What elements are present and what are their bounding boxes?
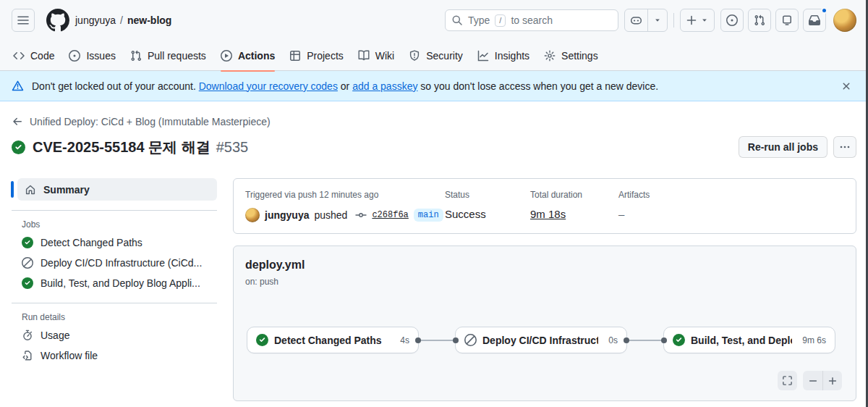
graph-job-detect-changed-paths[interactable]: Detect Changed Paths 4s [247, 327, 419, 353]
user-avatar[interactable] [833, 9, 856, 32]
banner-text-start: Don't get locked out of your account. [32, 80, 196, 92]
tab-code[interactable]: Code [7, 46, 60, 66]
chevron-down-icon [700, 16, 709, 25]
workflow-file-label: Workflow file [41, 350, 98, 361]
gear-icon [544, 50, 556, 62]
run-summary-card: Triggered via push 12 minutes ago jungyu… [233, 178, 856, 234]
sidebar-job-detect-changed-paths[interactable]: Detect Changed Paths [12, 232, 217, 253]
zoom-control-group [803, 371, 842, 390]
status-value: Success [445, 208, 500, 220]
arrow-left-icon [12, 116, 23, 127]
job-label: Detect Changed Paths [41, 237, 142, 248]
breadcrumb-repo[interactable]: new-blog [127, 14, 171, 26]
banner-message: Don't get locked out of your account. Do… [32, 80, 658, 92]
workflow-back-link[interactable]: Unified Deploy: CiCd + Blog (Immutable M… [12, 116, 271, 127]
recovery-codes-link[interactable]: Download your recovery codes [199, 80, 338, 92]
panel-button[interactable] [775, 9, 799, 32]
copilot-icon [630, 14, 642, 27]
sidebar-divider [12, 303, 217, 303]
zoom-in-button[interactable] [822, 371, 842, 390]
create-new-button-group [680, 9, 715, 32]
graph-job-duration: 0s [604, 335, 618, 345]
play-circle-icon [221, 50, 232, 62]
run-layout: Summary Jobs Detect Changed Paths Deploy… [12, 178, 856, 401]
tab-label: Code [30, 50, 54, 62]
run-details-section-header: Run details [22, 312, 217, 322]
sidebar-item-workflow-file[interactable]: Workflow file [12, 345, 217, 366]
copilot-dropdown-button[interactable] [647, 9, 667, 31]
search-input[interactable]: Type / to search [445, 9, 618, 31]
check-circle-icon [256, 334, 268, 346]
graph-job-deploy-infrastructure[interactable]: Deploy CI/CD Infrastructure ... 0s [455, 327, 627, 353]
github-logo-icon[interactable] [46, 9, 69, 32]
shield-icon [409, 50, 420, 62]
tab-issues[interactable]: Issues [63, 46, 121, 66]
skip-icon [22, 257, 33, 269]
fullscreen-button[interactable] [778, 371, 797, 390]
kebab-icon [839, 141, 851, 153]
breadcrumb: jungyuya / new-blog [75, 14, 171, 26]
job-connector [419, 327, 455, 353]
connector-dot [661, 337, 667, 343]
pull-requests-button[interactable] [748, 9, 771, 32]
connector-dot [415, 337, 421, 343]
jobs-section-header: Jobs [22, 219, 217, 230]
workflow-name: Unified Deploy: CiCd + Blog (Immutable M… [30, 116, 271, 127]
actor-avatar[interactable] [245, 208, 260, 222]
sidebar-job-deploy-infrastructure[interactable]: Deploy CI/CD Infrastructure (CiCd... [12, 253, 217, 273]
breadcrumb-owner[interactable]: jungyuya [75, 14, 116, 26]
sidebar-item-usage[interactable]: Usage [12, 325, 217, 345]
tab-actions[interactable]: Actions [215, 46, 281, 66]
zoom-out-button[interactable] [803, 371, 822, 390]
table-icon [289, 50, 301, 62]
run-actions: Re-run all jobs [739, 136, 856, 158]
hamburger-menu-button[interactable] [12, 9, 35, 32]
sidebar-item-summary[interactable]: Summary [17, 178, 217, 201]
tab-label: Wiki [375, 50, 394, 62]
artifacts-column: Artifacts – [618, 190, 650, 222]
account-security-banner: Don't get locked out of your account. Do… [0, 71, 868, 101]
tab-wiki[interactable]: Wiki [352, 46, 400, 66]
duration-column: Total duration 9m 18s [530, 190, 588, 222]
run-main: Triggered via push 12 minutes ago jungyu… [233, 178, 856, 401]
tab-settings[interactable]: Settings [538, 46, 604, 66]
tab-insights[interactable]: Insights [472, 46, 535, 66]
create-new-button[interactable] [681, 9, 714, 31]
tab-label: Issues [86, 50, 115, 62]
duration-value[interactable]: 9m 18s [530, 208, 588, 220]
tab-label: Actions [238, 50, 275, 62]
commit-sha-link[interactable]: c268f6a [372, 210, 408, 220]
graph-job-build-test-deploy[interactable]: Build, Test, and Deploy Bl... 9m 6s [663, 327, 835, 353]
branch-badge[interactable]: main [414, 209, 443, 222]
job-connector [627, 327, 663, 353]
tab-pull-requests[interactable]: Pull requests [124, 46, 212, 66]
connector-line [417, 340, 456, 341]
tab-projects[interactable]: Projects [284, 46, 349, 66]
workflow-graph-card: deploy.yml on: push Detect Changed Paths… [233, 246, 856, 401]
notifications-button[interactable] [803, 9, 826, 32]
run-more-options-button[interactable] [833, 136, 856, 158]
banner-close-button[interactable] [836, 76, 856, 96]
plus-icon [827, 376, 838, 386]
skip-icon [464, 334, 477, 346]
tab-security[interactable]: Security [403, 46, 469, 66]
actor-action: pushed [314, 209, 347, 221]
actor-name[interactable]: jungyuya [265, 209, 309, 221]
artifacts-value: – [618, 208, 650, 220]
add-passkey-link[interactable]: add a passkey [352, 80, 417, 92]
sidebar-summary-label: Summary [43, 184, 90, 196]
issues-button[interactable] [720, 9, 744, 32]
copilot-button[interactable] [625, 9, 647, 31]
rerun-all-jobs-button[interactable]: Re-run all jobs [739, 136, 827, 158]
header-actions [720, 9, 826, 32]
artifacts-label: Artifacts [618, 190, 650, 200]
hamburger-icon [17, 14, 29, 26]
file-code-icon [22, 350, 33, 361]
check-circle-icon [673, 334, 685, 346]
header-row: jungyuya / new-blog Type / to search [0, 0, 868, 41]
connector-line [626, 340, 665, 341]
git-pull-request-icon [130, 50, 142, 62]
commit-icon [355, 209, 367, 221]
sidebar-divider [12, 210, 217, 211]
sidebar-job-build-test-deploy[interactable]: Build, Test, and Deploy Blog Appli... [12, 273, 217, 293]
